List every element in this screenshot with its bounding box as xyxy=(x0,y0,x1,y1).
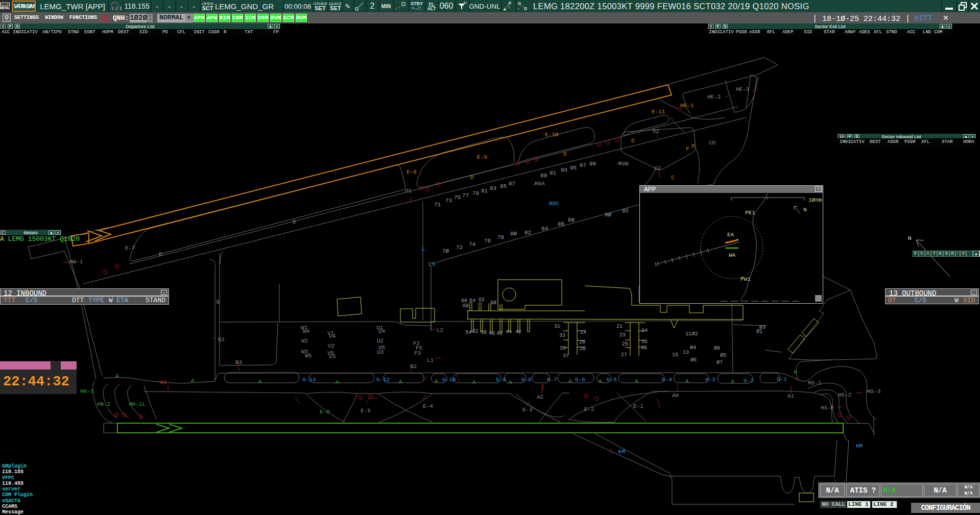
svg-text:B3: B3 xyxy=(235,359,242,365)
svg-text:A: A xyxy=(731,379,734,385)
svg-text:W2: W2 xyxy=(301,338,308,344)
svg-text:68: 68 xyxy=(463,303,469,309)
svg-text:HS-E: HS-E xyxy=(821,405,834,411)
svg-text:L2: L2 xyxy=(437,327,443,333)
svg-text:E-1Ø: E-1Ø xyxy=(545,132,559,138)
svg-text:E-2: E-2 xyxy=(584,406,594,412)
svg-text:37: 37 xyxy=(563,353,569,359)
svg-text:9Ø: 9Ø xyxy=(605,212,612,218)
svg-text:G-5: G-5 xyxy=(607,377,617,383)
svg-text:HS-1: HS-1 xyxy=(808,380,822,386)
svg-text:Q: Q xyxy=(216,299,220,305)
svg-text:C2: C2 xyxy=(654,165,661,171)
svg-text:E-7: E-7 xyxy=(125,245,135,251)
svg-text:L: L xyxy=(422,246,425,252)
svg-text:92: 92 xyxy=(622,208,629,214)
svg-text:HN-3: HN-3 xyxy=(80,388,93,395)
svg-text:52: 52 xyxy=(472,329,479,334)
svg-text:Ø2: Ø2 xyxy=(692,331,698,337)
svg-text:6Ø: 6Ø xyxy=(490,300,496,306)
svg-text:87: 87 xyxy=(509,181,515,187)
svg-text:97: 97 xyxy=(580,162,586,168)
svg-text:F3: F3 xyxy=(414,350,421,356)
svg-text:18: 18 xyxy=(641,345,647,351)
svg-text:25: 25 xyxy=(622,341,628,347)
svg-text:A1: A1 xyxy=(787,393,795,399)
svg-text:74: 74 xyxy=(469,241,476,248)
svg-text:A: A xyxy=(435,378,438,384)
svg-text:W4: W4 xyxy=(303,328,310,334)
svg-text:31: 31 xyxy=(554,324,560,329)
svg-text:G-2: G-2 xyxy=(744,378,754,384)
svg-text:A: A xyxy=(635,378,638,384)
svg-text:A: A xyxy=(509,379,512,385)
svg-text:R9B: R9B xyxy=(618,161,629,167)
svg-text:5Ø: 5Ø xyxy=(481,330,487,335)
svg-text:N: N xyxy=(803,207,807,213)
svg-text:G-12: G-12 xyxy=(376,377,390,383)
svg-text:93: 93 xyxy=(561,167,567,173)
svg-text:E-1: E-1 xyxy=(633,403,643,409)
svg-text:27: 27 xyxy=(621,352,627,358)
svg-text:85: 85 xyxy=(500,183,507,189)
svg-text:42: 42 xyxy=(515,329,521,335)
svg-text:14: 14 xyxy=(641,328,648,333)
svg-text:A: A xyxy=(258,379,262,385)
svg-text:A: A xyxy=(336,379,339,385)
svg-text:CD: CD xyxy=(709,140,716,146)
svg-text:U3: U3 xyxy=(377,349,384,355)
svg-text:FL: FL xyxy=(464,1,468,4)
svg-text:G-1Ø: G-1Ø xyxy=(442,377,456,383)
svg-text:16: 16 xyxy=(641,339,648,345)
svg-text:15: 15 xyxy=(672,352,678,358)
svg-text:Ø6: Ø6 xyxy=(690,357,697,363)
svg-text:HW-1: HW-1 xyxy=(69,259,83,265)
svg-text:73: 73 xyxy=(445,198,452,204)
svg-text:HS-3: HS-3 xyxy=(867,388,880,395)
svg-text:28: 28 xyxy=(580,346,586,352)
svg-text:HN-1L: HN-1L xyxy=(129,401,146,407)
svg-text:75: 75 xyxy=(454,194,461,201)
svg-text:G-6: G-6 xyxy=(575,377,585,383)
svg-text:23: 23 xyxy=(619,332,626,338)
svg-text:V4: V4 xyxy=(329,333,336,339)
svg-text:79: 79 xyxy=(472,190,479,197)
svg-text:E-11: E-11 xyxy=(652,109,665,115)
svg-text:A: A xyxy=(191,378,195,384)
svg-text:R9A: R9A xyxy=(535,181,545,187)
svg-text:A: A xyxy=(685,378,689,384)
svg-text:B2: B2 xyxy=(410,363,417,370)
svg-text:A: A xyxy=(472,379,476,385)
svg-text:EM: EM xyxy=(618,449,625,455)
svg-text:46: 46 xyxy=(496,331,503,336)
svg-text:D: D xyxy=(293,219,296,225)
svg-text:A2: A2 xyxy=(537,394,543,400)
svg-text:64: 64 xyxy=(469,298,475,304)
svg-text:33: 33 xyxy=(559,333,565,338)
svg-text:95: 95 xyxy=(570,165,577,171)
svg-text:E-5: E-5 xyxy=(361,408,371,414)
svg-text:E-9: E-9 xyxy=(477,154,487,160)
svg-text:48: 48 xyxy=(489,331,495,336)
svg-text:26: 26 xyxy=(579,339,585,345)
svg-text:E-3: E-3 xyxy=(522,407,533,413)
svg-text:A: A xyxy=(399,379,402,385)
svg-text:78: 78 xyxy=(497,234,504,240)
svg-text:U4: U4 xyxy=(378,328,386,334)
svg-text:L1: L1 xyxy=(427,357,434,363)
svg-text:G-13: G-13 xyxy=(302,377,316,383)
svg-text:U2: U2 xyxy=(377,338,384,344)
svg-text:D: D xyxy=(470,175,474,181)
svg-text:V3: V3 xyxy=(329,354,336,360)
svg-text:91: 91 xyxy=(549,170,557,176)
svg-text:Ø4: Ø4 xyxy=(690,345,696,351)
svg-text:HE-3: HE-3 xyxy=(736,86,749,92)
svg-text:G-9: G-9 xyxy=(496,377,506,383)
svg-text:Ø1: Ø1 xyxy=(756,329,762,334)
svg-text:44: 44 xyxy=(506,329,512,335)
svg-text:G-7: G-7 xyxy=(547,377,557,383)
svg-text:G-8: G-8 xyxy=(521,377,532,383)
svg-text:A: A xyxy=(599,378,602,384)
svg-text:84: 84 xyxy=(541,226,548,232)
svg-text:D: D xyxy=(691,143,695,149)
